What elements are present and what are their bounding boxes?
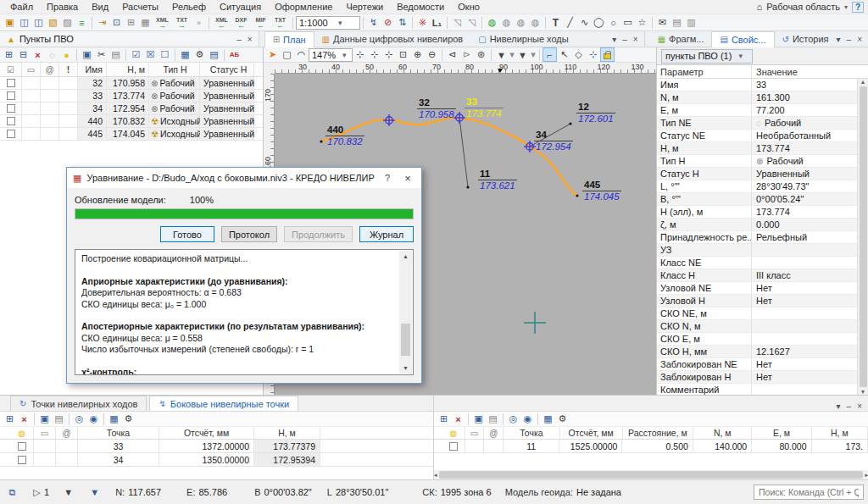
zoom-combo[interactable]: 147% ▾ xyxy=(309,48,353,62)
add-row-icon[interactable]: ⊞ xyxy=(437,412,451,426)
row-checkbox[interactable] xyxy=(7,117,15,125)
delete-row-icon[interactable]: × xyxy=(17,412,31,426)
table-row[interactable]: 32 170.958 ⊗Рабочий Уравненный xyxy=(0,77,263,90)
find-icon[interactable]: ◎ xyxy=(506,412,520,426)
l1-level-icon[interactable]: L₁ xyxy=(430,15,444,30)
scrollbar-thumb[interactable] xyxy=(860,86,867,387)
import-frame-icon[interactable]: ⊡ xyxy=(109,15,124,30)
prop-row[interactable]: Узловой NEНет xyxy=(657,282,868,295)
prop-row[interactable]: СКО H, мм12.1627 xyxy=(657,346,868,358)
dialog-help-icon[interactable]: ? xyxy=(380,173,395,183)
export-image-icon[interactable]: ▨ xyxy=(60,15,75,30)
tab-fragments[interactable]: ▦ Фрагм... xyxy=(650,31,712,47)
find-icon[interactable]: ◎ xyxy=(72,412,86,426)
protocol-button[interactable]: Протокол xyxy=(221,226,277,242)
point-label-12[interactable]: 12 172.601 xyxy=(576,102,615,125)
table-settings-icon[interactable]: ▦ xyxy=(541,412,555,426)
zoom-in-icon[interactable]: ⊕ xyxy=(410,47,425,62)
chevron-down-icon[interactable]: ▾ xyxy=(837,402,841,411)
zoom-previous-icon[interactable]: ⊲ xyxy=(445,47,459,62)
scrollbar-thumb[interactable] xyxy=(401,324,410,356)
col-reading[interactable]: Отсчёт, мм xyxy=(560,427,623,439)
import-image-icon[interactable]: ▧ xyxy=(46,15,60,30)
row-checkbox[interactable] xyxy=(18,456,26,464)
clear-selection-icon[interactable]: ☐ xyxy=(158,47,172,62)
scroll-down-icon[interactable]: ▼ xyxy=(860,389,866,395)
point-label-32[interactable]: 32 170.958 xyxy=(417,97,456,120)
globe-icon[interactable]: ◍ xyxy=(485,15,499,30)
callout-tool-icon[interactable]: ✉ xyxy=(655,15,670,30)
scroll-up-icon[interactable]: ▲ xyxy=(860,79,866,85)
col-h[interactable]: H, м xyxy=(254,427,320,439)
paste-icon[interactable]: ▤ xyxy=(486,412,500,426)
frame2-tool-icon[interactable]: ▥ xyxy=(684,15,698,30)
tab-side-points[interactable]: ↯ Боковые нивелирные точки xyxy=(149,396,298,411)
add-row-icon[interactable]: ⊞ xyxy=(3,412,17,426)
copy-icon[interactable]: ▣ xyxy=(471,412,486,426)
col-distance[interactable]: Расстояние, м xyxy=(623,427,693,439)
zoom-all-icon[interactable]: ⊛ xyxy=(474,47,488,62)
col-status-h[interactable]: Статус H xyxy=(200,63,254,76)
point-label-445[interactable]: 445 174.045 xyxy=(582,180,621,202)
select-all-icon[interactable]: ☑ xyxy=(129,47,143,62)
menu-calculations[interactable]: Расчеты xyxy=(115,1,165,13)
copy-icon[interactable]: ▣ xyxy=(80,47,94,62)
tab-plan[interactable]: ⊞ План xyxy=(264,31,314,47)
tools-icon[interactable]: ⚙ xyxy=(555,412,570,426)
close-icon[interactable]: × xyxy=(857,402,862,411)
select-tool-icon[interactable]: ➤ xyxy=(265,47,280,62)
menu-file[interactable]: Файл xyxy=(3,1,40,13)
table-row[interactable]: 445 174.045 ☢Исходный Уравненный xyxy=(0,128,263,141)
prop-row[interactable]: СКО N, м xyxy=(657,320,868,333)
lamp-off-icon[interactable]: ◌ xyxy=(45,47,59,62)
prop-row[interactable]: Тип H⊗Рабочий xyxy=(657,155,868,168)
object-selector-combo[interactable]: пункты ПВО (1) ▾ xyxy=(661,49,753,64)
prop-row[interactable]: Имя33 xyxy=(657,79,868,91)
lock-icon[interactable] xyxy=(600,47,615,62)
chevron-down-icon[interactable]: ▾ xyxy=(837,35,841,44)
tab-digital-levels-data[interactable]: ▥ Данные цифровых нивелиров xyxy=(314,31,471,47)
cut-icon[interactable]: ✂ xyxy=(94,47,108,62)
col-value[interactable]: Значение xyxy=(752,67,868,77)
chevron-down-icon[interactable]: ▾ xyxy=(612,35,616,44)
row-checkbox[interactable] xyxy=(7,104,15,113)
table-row[interactable]: 11 1525.00000 0.500 140.000 80.000 173. xyxy=(434,440,868,453)
sort-ab-icon[interactable]: АБ xyxy=(227,47,242,62)
prop-row[interactable]: УЗ xyxy=(657,244,868,257)
save-all-icon[interactable]: ◫ xyxy=(31,15,46,30)
prop-row[interactable]: Статус HУравненный xyxy=(657,168,868,180)
scale-combo[interactable]: 1:1000 ▾ xyxy=(296,16,360,30)
zoom-next-icon[interactable]: ⊳ xyxy=(459,47,474,62)
snap-direction-icon[interactable]: ↖ xyxy=(557,47,571,62)
ellipse-tool-icon[interactable]: ◯ xyxy=(592,15,606,30)
tab-properties[interactable]: ▤ Свойс... xyxy=(711,31,774,47)
minimize-icon[interactable]: – xyxy=(236,35,242,44)
command-search-input[interactable] xyxy=(754,485,864,500)
minimize-icon[interactable]: – xyxy=(622,35,627,44)
scroll-left-icon[interactable]: ◂ xyxy=(434,472,437,479)
scroll-up-icon[interactable]: ▲ xyxy=(403,251,409,263)
protractor2-icon[interactable]: ◹ xyxy=(465,15,479,30)
prop-row[interactable]: Тип NE◌Рабочий xyxy=(657,117,868,130)
line-tool-icon[interactable]: ╱ xyxy=(563,15,577,30)
text-tool-icon[interactable]: T xyxy=(548,15,563,30)
pan-to-point-icon[interactable]: ⊹ xyxy=(381,47,396,62)
tools-icon[interactable]: ⚙ xyxy=(192,47,207,62)
minimize-icon[interactable]: – xyxy=(847,402,852,411)
col-h[interactable]: H, м xyxy=(107,63,149,76)
select-column-icon[interactable]: ☑ xyxy=(7,65,14,75)
selection-cursor-icon[interactable]: ▷ xyxy=(30,485,44,500)
import-grid-icon[interactable]: ▦ xyxy=(138,15,153,30)
prop-row[interactable]: H, м173.774 xyxy=(657,142,868,155)
import-data-icon[interactable]: ⇥ xyxy=(95,15,109,30)
dialog-close-icon[interactable]: × xyxy=(400,172,415,185)
done-button[interactable]: Готово xyxy=(160,226,214,242)
prop-row[interactable]: B, °'"0°00'05.24" xyxy=(657,193,868,206)
prop-row[interactable]: СКО NE, м xyxy=(657,307,868,320)
import-raster-icon[interactable]: ⊞ xyxy=(124,15,138,30)
globe4-icon[interactable]: ◍ xyxy=(528,15,542,30)
col-name[interactable]: Имя xyxy=(78,63,107,76)
table-row[interactable]: 33 173.774 ⊗Рабочий Уравненный xyxy=(0,90,263,102)
save-icon[interactable]: ◫ xyxy=(17,15,31,30)
rect-tool-icon[interactable]: ▭ xyxy=(620,15,635,30)
